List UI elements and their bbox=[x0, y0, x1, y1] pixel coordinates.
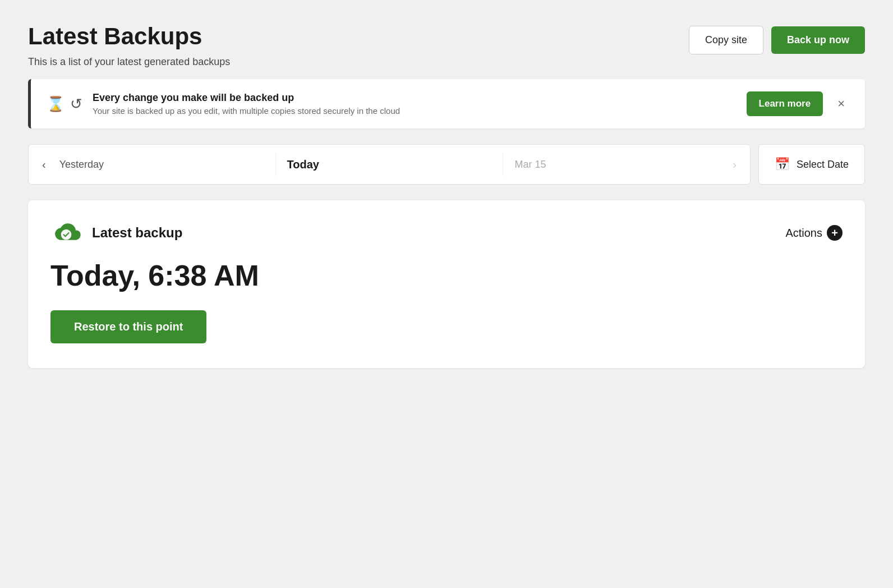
actions-plus-icon: + bbox=[827, 225, 843, 241]
today-nav-item[interactable]: Today bbox=[276, 158, 503, 171]
info-banner: ⌛ ↺ Every change you make will be backed… bbox=[28, 79, 865, 128]
page-header: Latest Backups This is a list of your la… bbox=[28, 22, 865, 68]
history-icon-1: ⌛ bbox=[47, 95, 65, 113]
banner-close-button[interactable]: × bbox=[833, 94, 849, 113]
select-date-label: Select Date bbox=[797, 159, 849, 171]
prev-arrow-icon[interactable]: ‹ bbox=[40, 156, 48, 173]
learn-more-button[interactable]: Learn more bbox=[747, 91, 823, 116]
page-subtitle: This is a list of your latest generated … bbox=[28, 56, 230, 68]
svg-point-0 bbox=[61, 229, 72, 240]
banner-icons: ⌛ ↺ bbox=[47, 95, 82, 113]
header-title-area: Latest Backups This is a list of your la… bbox=[28, 22, 230, 68]
yesterday-label: Yesterday bbox=[59, 159, 104, 171]
header-actions: Copy site Back up now bbox=[689, 22, 865, 54]
date-navigation-row: ‹ Yesterday Today Mar 15 › 📅 Select Date bbox=[28, 144, 865, 185]
actions-label: Actions bbox=[785, 227, 822, 240]
history-icon-2: ↺ bbox=[70, 95, 82, 113]
cloud-check-icon bbox=[50, 220, 82, 245]
yesterday-nav-item[interactable]: Yesterday bbox=[48, 159, 275, 171]
next-arrow-icon[interactable]: › bbox=[730, 156, 739, 173]
today-label: Today bbox=[287, 158, 319, 171]
banner-headline: Every change you make will be backed up bbox=[93, 92, 737, 104]
page-title: Latest Backups bbox=[28, 22, 230, 50]
backup-card-title-area: Latest backup bbox=[50, 220, 182, 245]
calendar-icon: 📅 bbox=[775, 157, 790, 172]
mar15-nav-item[interactable]: Mar 15 bbox=[503, 159, 730, 171]
backup-card-header: Latest backup Actions + bbox=[50, 220, 843, 245]
select-date-button[interactable]: 📅 Select Date bbox=[758, 144, 865, 185]
backup-badge-label: Latest backup bbox=[92, 225, 182, 241]
backup-card: Latest backup Actions + Today, 6:38 AM R… bbox=[28, 200, 865, 368]
backup-now-button[interactable]: Back up now bbox=[771, 26, 865, 54]
backup-time: Today, 6:38 AM bbox=[50, 259, 843, 292]
mar15-label: Mar 15 bbox=[514, 159, 546, 171]
banner-subtext: Your site is backed up as you edit, with… bbox=[93, 106, 400, 116]
date-nav-bar: ‹ Yesterday Today Mar 15 › bbox=[28, 144, 751, 185]
banner-text: Every change you make will be backed up … bbox=[93, 92, 737, 116]
restore-button[interactable]: Restore to this point bbox=[50, 310, 206, 343]
actions-button[interactable]: Actions + bbox=[785, 225, 843, 241]
copy-site-button[interactable]: Copy site bbox=[689, 26, 763, 54]
